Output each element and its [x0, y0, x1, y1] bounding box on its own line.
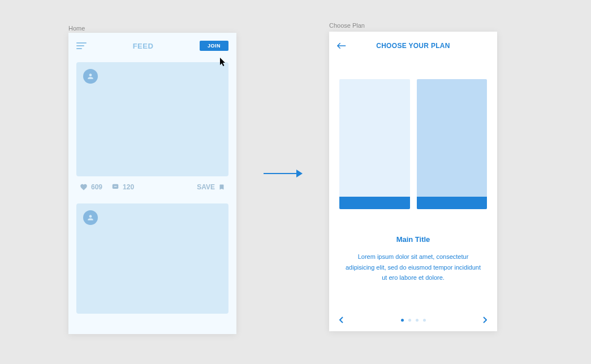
- chevron-left-icon: [339, 317, 344, 323]
- flow-arrow-icon: [264, 169, 303, 180]
- choose-header: CHOOSE YOUR PLAN: [329, 32, 497, 54]
- home-screen: FEED JOIN 609 120 SAVE: [68, 33, 236, 334]
- feed-card-1: 609 120 SAVE: [76, 62, 228, 198]
- like-count: 609: [91, 183, 102, 191]
- pager-dot[interactable]: [408, 319, 411, 322]
- plan-main-title: Main Title: [343, 235, 484, 244]
- plan-cards: [329, 54, 497, 209]
- pager-dot[interactable]: [401, 319, 404, 322]
- choose-plan-screen: CHOOSE YOUR PLAN Main Title Lorem ipsum …: [329, 32, 497, 331]
- pager-dot[interactable]: [416, 319, 419, 322]
- plan-text: Main Title Lorem ipsum dolor sit amet, c…: [329, 209, 497, 283]
- join-button[interactable]: JOIN: [200, 41, 228, 51]
- plan-card-footer: [417, 197, 488, 209]
- choose-title: CHOOSE YOUR PLAN: [329, 42, 497, 50]
- frame-label-choose: Choose Plan: [329, 22, 365, 29]
- feed-card-body[interactable]: [76, 203, 228, 314]
- back-button[interactable]: [337, 42, 346, 50]
- comment-count: 120: [123, 183, 134, 191]
- avatar-icon[interactable]: [83, 210, 98, 225]
- feed-card-2: [76, 203, 228, 314]
- save-button[interactable]: SAVE: [197, 183, 225, 191]
- pager-next-button[interactable]: [482, 317, 487, 323]
- pager: [329, 317, 497, 323]
- plan-description: Lorem ipsum dolor sit amet, consectetur …: [343, 252, 484, 283]
- feed-card-actions: 609 120 SAVE: [76, 176, 228, 198]
- menu-icon[interactable]: [76, 42, 87, 49]
- comment-icon: [111, 183, 119, 191]
- home-header: FEED JOIN: [68, 33, 236, 57]
- save-label: SAVE: [197, 183, 215, 191]
- feed-title: FEED: [133, 42, 154, 50]
- comment-button[interactable]: 120: [111, 183, 134, 191]
- arrow-left-icon: [337, 42, 346, 50]
- pager-dot[interactable]: [423, 319, 426, 322]
- pager-dots: [401, 319, 426, 322]
- plan-card-footer: [339, 197, 410, 209]
- pager-prev-button[interactable]: [339, 317, 344, 323]
- like-button[interactable]: 609: [80, 183, 102, 191]
- svg-rect-1: [114, 186, 117, 187]
- plan-card-2[interactable]: [417, 79, 488, 209]
- feed-card-body[interactable]: [76, 62, 228, 176]
- plan-card-1[interactable]: [339, 79, 410, 209]
- frame-label-home: Home: [68, 25, 85, 32]
- chevron-right-icon: [482, 317, 487, 323]
- avatar-icon[interactable]: [83, 69, 98, 84]
- bookmark-icon: [218, 183, 225, 191]
- heart-icon: [80, 183, 88, 191]
